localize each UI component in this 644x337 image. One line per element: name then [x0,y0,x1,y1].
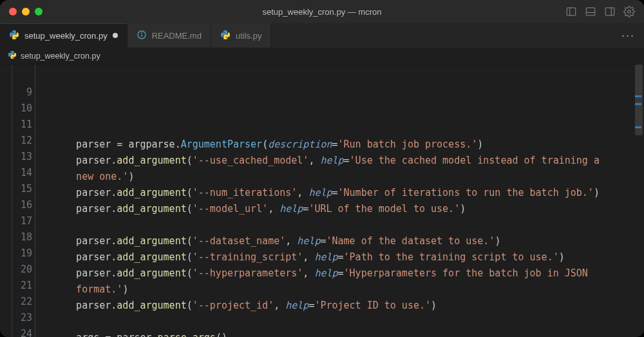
line-number [0,68,32,84]
window-title: setup_weekly_cron.py — mcron [0,7,644,17]
close-window-button[interactable] [9,8,17,15]
code-area[interactable]: parser = argparse.ArgumentParser(descrip… [41,64,644,337]
line-number: 18 [0,229,32,246]
svg-point-9 [141,33,142,34]
gear-icon[interactable] [623,6,635,17]
line-number: 15 [0,181,32,197]
line-number: 14 [0,165,32,181]
titlebar: setup_weekly_cron.py — mcron [0,0,644,23]
tab-label: README.md [152,31,202,41]
breadcrumb[interactable]: setup_weekly_cron.py [0,48,644,64]
code-line[interactable]: format.') [41,282,639,298]
layout-toggle-1-icon[interactable] [565,6,577,17]
editor-window: setup_weekly_cron.py — mcron setup_weekl… [0,0,644,337]
overview-marker [635,103,641,105]
line-number: 21 [0,278,32,294]
line-number: 12 [0,133,32,149]
code-line[interactable]: parser = argparse.ArgumentParser(descrip… [41,137,639,153]
code-line[interactable]: parser.add_argument('--hyperparameters',… [41,265,639,282]
svg-rect-4 [605,8,614,15]
svg-point-6 [628,10,631,14]
svg-rect-2 [586,8,595,15]
modified-indicator-icon [113,33,118,38]
line-number: 22 [0,294,32,310]
scroll-thumb[interactable] [635,64,643,135]
code-line[interactable]: parser.add_argument('--model_url', help=… [41,201,639,217]
svg-rect-0 [567,8,576,15]
line-number: 10 [0,101,32,117]
line-number: 11 [0,117,32,133]
tab-setup_weekly_cron-py[interactable]: setup_weekly_cron.py [0,23,128,48]
code-line[interactable]: parser.add_argument('--training_script',… [41,249,639,265]
info-icon [137,30,147,42]
code-line[interactable]: parser.add_argument('--num_iterations', … [41,185,639,201]
vertical-scrollbar[interactable] [635,64,643,337]
code-line[interactable]: parser.add_argument('--use_cached_model'… [41,153,639,169]
line-number: 17 [0,213,32,229]
line-number: 24 [0,326,32,337]
python-icon [220,30,231,42]
line-number: 20 [0,262,32,278]
python-icon [8,50,17,61]
breadcrumb-label: setup_weekly_cron.py [21,52,100,61]
tab-README-md[interactable]: README.md [128,23,211,48]
code-editor[interactable]: 91011121314151617181920212223242526 pars… [0,64,644,337]
layout-toggle-2-icon[interactable] [585,6,596,17]
minimize-window-button[interactable] [22,8,30,15]
tab-overflow-button[interactable]: ··· [612,23,644,48]
code-line[interactable] [41,314,639,330]
tab-label: utils.py [236,31,261,41]
line-number: 23 [0,310,32,326]
python-icon [9,30,19,42]
code-line[interactable] [41,217,639,233]
code-line[interactable]: new one.') [41,169,639,185]
tab-bar: setup_weekly_cron.pyREADME.mdutils.py··· [0,23,644,48]
line-number: 16 [0,197,32,213]
code-line[interactable]: args = parser.parse_args() [41,330,639,337]
code-line[interactable]: parser.add_argument('--project_id', help… [41,298,639,314]
line-number: 19 [0,246,32,262]
line-number: 13 [0,149,32,165]
overview-marker [635,95,641,97]
tab-label: setup_weekly_cron.py [24,31,108,41]
overview-marker [635,126,641,128]
window-controls [0,8,43,15]
line-number: 9 [0,84,32,101]
zoom-window-button[interactable] [35,8,43,15]
layout-toggle-3-icon[interactable] [604,6,616,17]
tab-utils-py[interactable]: utils.py [211,23,271,48]
title-actions [565,6,644,17]
code-line[interactable]: parser.add_argument('--dataset_name', he… [41,233,639,249]
